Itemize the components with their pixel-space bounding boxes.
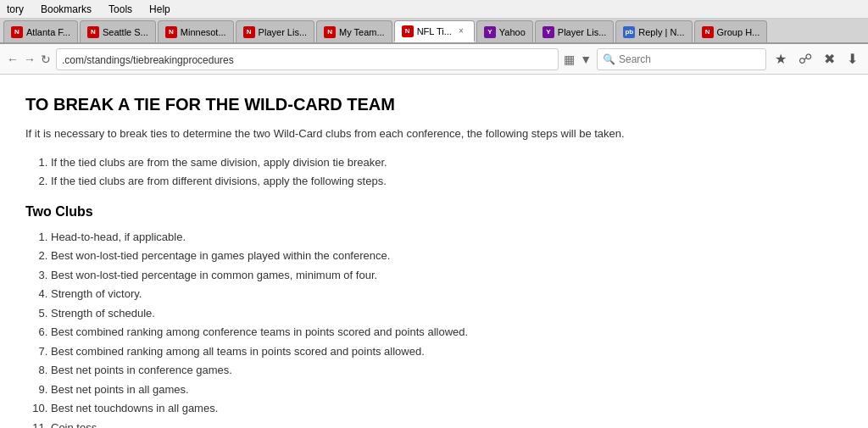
list-item: Best won-lost-tied percentage in games p…: [51, 247, 843, 264]
tab-atlanta[interactable]: NAtlanta F...: [3, 20, 78, 42]
bookmark-icon[interactable]: ☍: [795, 51, 815, 67]
tab-yahoo[interactable]: YYahoo: [476, 20, 533, 42]
list-item: Best net points in conference games.: [51, 362, 843, 379]
tab-nfltie[interactable]: NNFL Ti...×: [394, 20, 475, 42]
list-item: Best net touchdowns in all games.: [51, 400, 843, 417]
menu-tools[interactable]: Tools: [105, 3, 136, 15]
menu-help[interactable]: Help: [146, 3, 174, 15]
tab-group[interactable]: NGroup H...: [694, 20, 768, 42]
expand-icon[interactable]: ▼: [580, 53, 592, 66]
list-item: Best combined ranking among all teams in…: [51, 343, 843, 360]
tab-myteam-label: My Team...: [339, 27, 385, 37]
list-item: If the tied clubs are from the same divi…: [51, 154, 843, 171]
tab-reply[interactable]: pbReply | N...: [615, 20, 692, 42]
download-icon[interactable]: ⬇: [843, 51, 861, 67]
tab-nfltie-close[interactable]: ×: [455, 26, 467, 36]
menu-history[interactable]: tory: [3, 3, 27, 15]
tab-minnesota-label: Minnesot...: [181, 27, 226, 37]
list-item: Best won-lost-tied percentage in common …: [51, 267, 843, 284]
tab-yahoo-favicon: Y: [484, 26, 496, 38]
two-clubs-list: Head-to-head, if applicable.Best won-los…: [51, 229, 843, 429]
two-clubs-heading: Two Clubs: [25, 202, 843, 222]
pocket-icon[interactable]: ✖: [821, 51, 838, 67]
tab-playerlis1[interactable]: NPlayer Lis...: [236, 20, 314, 42]
list-item: Best combined ranking among conference t…: [51, 324, 843, 341]
list-item: Head-to-head, if applicable.: [51, 229, 843, 246]
tab-minnesota-favicon: N: [165, 26, 177, 38]
tab-nfltie-label: NFL Ti...: [417, 26, 452, 36]
star-icon[interactable]: ★: [771, 51, 790, 67]
list-item: If the tied clubs are from different div…: [51, 173, 843, 190]
list-item: Strength of schedule.: [51, 305, 843, 322]
tab-reply-favicon: pb: [623, 26, 635, 38]
intro-text: If it is necessary to break ties to dete…: [25, 125, 843, 142]
url-bar[interactable]: .com/standings/tiebreakingprocedures: [56, 48, 559, 70]
search-icon: 🔍: [603, 53, 615, 65]
tab-seattle-favicon: N: [87, 26, 99, 38]
list-item: Coin toss.: [51, 420, 843, 429]
list-item: Best net points in all games.: [51, 381, 843, 398]
camera-icon[interactable]: ▦: [564, 53, 575, 66]
tab-playerlis2[interactable]: YPlayer Lis...: [535, 20, 614, 42]
tab-nfltie-favicon: N: [402, 25, 414, 37]
tab-myteam[interactable]: NMy Team...: [316, 20, 392, 42]
tab-bar: NAtlanta F...NSeattle S...NMinnesot...NP…: [0, 19, 868, 44]
tab-group-label: Group H...: [717, 27, 760, 37]
page-title: TO BREAK A TIE FOR THE WILD-CARD TEAM: [25, 92, 843, 117]
tab-myteam-favicon: N: [324, 26, 336, 38]
search-box[interactable]: 🔍: [597, 48, 766, 70]
tab-group-favicon: N: [702, 26, 714, 38]
tab-seattle-label: Seattle S...: [103, 27, 148, 37]
reload-icon[interactable]: ↻: [41, 53, 51, 66]
tab-playerlis1-favicon: N: [243, 26, 255, 38]
list-item: Strength of victory.: [51, 286, 843, 303]
tab-yahoo-label: Yahoo: [499, 27, 526, 37]
search-input[interactable]: [619, 53, 760, 65]
tab-playerlis2-favicon: Y: [542, 26, 554, 38]
tab-playerlis1-label: Player Lis...: [259, 27, 307, 37]
tab-playerlis2-label: Player Lis...: [558, 27, 606, 37]
menu-bookmarks[interactable]: Bookmarks: [37, 3, 95, 15]
forward-icon[interactable]: →: [24, 53, 36, 66]
tab-atlanta-favicon: N: [11, 26, 23, 38]
address-bar: ← → ↻ .com/standings/tiebreakingprocedur…: [0, 44, 868, 75]
tab-reply-label: Reply | N...: [638, 27, 684, 37]
content-area: TO BREAK A TIE FOR THE WILD-CARD TEAM If…: [0, 75, 868, 428]
menu-bar: tory Bookmarks Tools Help: [0, 0, 868, 19]
tab-atlanta-label: Atlanta F...: [26, 27, 70, 37]
initial-steps-list: If the tied clubs are from the same divi…: [51, 154, 843, 190]
back-icon[interactable]: ←: [7, 53, 19, 66]
tab-seattle[interactable]: NSeattle S...: [80, 20, 156, 42]
tab-minnesota[interactable]: NMinnesot...: [158, 20, 234, 42]
